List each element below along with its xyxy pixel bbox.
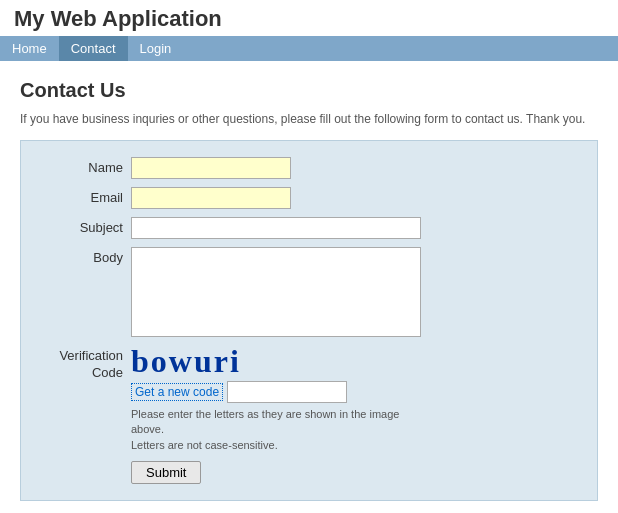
subject-row: Subject (41, 217, 577, 239)
nav-item-login[interactable]: Login (128, 36, 184, 61)
name-label: Name (41, 157, 131, 175)
captcha-image: bowuri (131, 345, 421, 377)
contact-form: Name Email Subject Body Verification Cod… (20, 140, 598, 501)
subject-input[interactable] (131, 217, 421, 239)
captcha-input[interactable] (227, 381, 347, 403)
body-textarea[interactable] (131, 247, 421, 337)
email-row: Email (41, 187, 577, 209)
verification-row: Verification Code bowuri Get a new code … (41, 345, 577, 453)
nav-bar: Home Contact Login (0, 36, 618, 61)
app-title: My Web Application (14, 6, 222, 31)
captcha-refresh-link[interactable]: Get a new code (131, 383, 223, 401)
captcha-hint: Please enter the letters as they are sho… (131, 407, 421, 453)
main-content: Contact Us If you have business inquries… (0, 61, 618, 513)
email-input[interactable] (131, 187, 291, 209)
page-title: Contact Us (20, 79, 598, 102)
email-label: Email (41, 187, 131, 205)
name-input[interactable] (131, 157, 291, 179)
nav-item-contact[interactable]: Contact (59, 36, 128, 61)
intro-text: If you have business inquries or other q… (20, 112, 598, 126)
captcha-input-row: Get a new code (131, 381, 421, 403)
captcha-content: bowuri Get a new code Please enter the l… (131, 345, 421, 453)
verification-label: Verification Code (41, 345, 131, 382)
body-row: Body (41, 247, 577, 337)
submit-button[interactable]: Submit (131, 461, 201, 484)
subject-label: Subject (41, 217, 131, 235)
name-row: Name (41, 157, 577, 179)
submit-row: Submit (41, 461, 577, 484)
body-label: Body (41, 247, 131, 265)
nav-item-home[interactable]: Home (0, 36, 59, 61)
